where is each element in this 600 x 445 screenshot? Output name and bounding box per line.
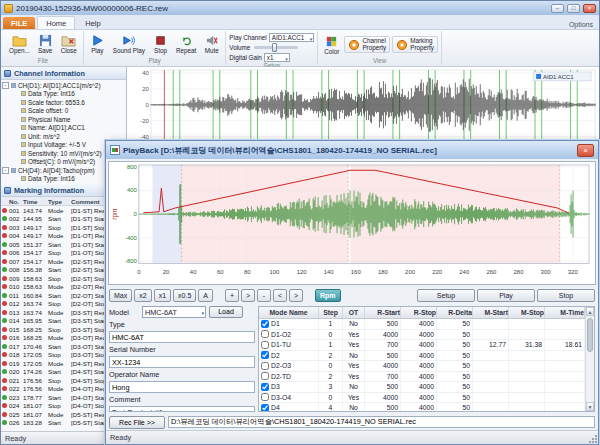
volume-slider[interactable] [254,46,298,49]
color-button[interactable]: Color [321,33,342,57]
channel-property-button[interactable]: ChannelProperty [344,36,390,53]
mute-button[interactable]: Mute [201,32,222,56]
scroll-up-icon[interactable]: ▲ [586,307,594,316]
tree-expander-icon[interactable]: - [2,82,9,89]
repeat-button[interactable]: Repeat [173,32,199,56]
playback-titlebar[interactable]: PlayBack [D:\뷰레코딩 데이터\뷰리어역슬\CHS1801_1804… [106,141,598,159]
mode-checkbox[interactable] [261,393,269,401]
col-mode-name[interactable]: Mode Name [259,307,319,318]
load-button[interactable]: Load [209,306,243,318]
mode-table-row[interactable]: D1-TU 1 Yes 700 4000 50 12.77 31.38 18.6… [259,340,585,351]
col-ot[interactable]: OT [343,307,365,318]
mode-r-stop: 4000 [401,372,437,382]
tree-item[interactable]: Name: AI[D1]:ACC1 [1,124,126,133]
svg-text:-40: -40 [140,134,149,140]
pan-button[interactable]: < [273,289,287,302]
col-m-time[interactable]: M-Time [545,307,585,318]
col-time[interactable]: Time [23,198,48,205]
tree-item[interactable]: Data Type: Int16 [1,90,126,99]
channel-info-header[interactable]: Channel Information [1,67,126,80]
zoom-button[interactable]: A [198,289,213,302]
mode-checkbox[interactable] [261,404,269,411]
mode-checkbox[interactable] [261,320,269,328]
playback-stop-button[interactable]: Stop [537,289,595,302]
rec-file-row: Rec File >> [106,414,598,430]
col-m-stop[interactable]: M-Stop [509,307,545,318]
setup-button[interactable]: Setup [417,289,475,302]
mode-table-row[interactable]: D1 1 No 500 4000 50 [259,319,585,330]
col-r-stop[interactable]: R-Stop [401,307,437,318]
pan-button[interactable]: > [289,289,303,302]
col-no[interactable]: No. [9,198,23,205]
rec-file-button[interactable]: Rec File >> [109,416,165,429]
tree-item[interactable]: - CH(D1): AI[D1]:ACC1(m/s^2) [1,81,126,90]
play-channel-combo[interactable]: AID1:ACC1 [269,33,315,42]
playback-chart[interactable]: 0204060801001201401601802002202402602803… [108,161,596,285]
tree-item[interactable]: Physical Name [1,115,126,124]
volume-slider-thumb[interactable] [272,43,277,52]
col-r-delta[interactable]: R-Delta [437,307,473,318]
mode-table-row[interactable]: D2 2 No 500 4000 50 [259,351,585,362]
close-file-button[interactable]: Close [58,32,80,56]
playback-form: Model HMC-6AT Load Type Serial Number Op… [109,306,255,412]
pan-button[interactable]: > [241,289,255,302]
tree-expander-icon[interactable]: - [2,167,9,174]
col-step[interactable]: Step [319,307,343,318]
tab-file[interactable]: FILE [3,17,35,29]
col-m-start[interactable]: M-Start [473,307,509,318]
minimize-button[interactable] [551,4,564,13]
play-button[interactable]: Play [87,32,108,56]
mode-r-stop: 4000 [401,340,437,350]
tab-home[interactable]: Home [37,16,75,29]
sound-play-button[interactable]: Sound Play [110,32,148,56]
rpm-toggle-button[interactable]: Rpm [315,289,341,302]
close-button[interactable] [583,4,596,13]
rec-file-path-field[interactable] [168,416,595,428]
playback-close-button[interactable]: × [577,144,594,157]
mode-checkbox[interactable] [261,330,269,338]
mode-table-row[interactable]: D3-O4 0 Yes 4000 4000 50 [259,393,585,404]
mode-ot: No [343,382,365,392]
mode-table-row[interactable]: D2-TD 2 Yes 700 4000 50 [259,372,585,383]
tab-help[interactable]: Help [77,17,108,29]
zoom-button[interactable]: x0.5 [173,289,196,302]
model-combo[interactable]: HMC-6AT [142,306,206,318]
maximize-button[interactable] [567,4,580,13]
save-disk-icon [38,34,53,47]
mode-checkbox[interactable] [261,362,269,370]
playback-play-button[interactable]: Play [477,289,535,302]
resize-grip[interactable] [588,434,597,443]
pan-button[interactable]: - [257,289,271,302]
tree-item[interactable]: Scale offset: 0 [1,107,126,116]
mode-table-row[interactable]: D3 3 No 500 4000 50 [259,382,585,393]
col-r-start[interactable]: R-Start [365,307,401,318]
mode-table-row[interactable]: D4 4 No 500 4000 50 [259,403,585,411]
tree-item[interactable]: Scale factor: 6553.6 [1,98,126,107]
scrollbar-thumb[interactable] [587,318,593,352]
stop-button[interactable]: Stop [150,32,171,56]
zoom-button[interactable]: Max [109,289,132,302]
scroll-down-icon[interactable]: ▼ [586,402,594,411]
zoom-button[interactable]: x1 [154,289,171,302]
serial-number-field[interactable] [109,356,255,368]
zoom-button[interactable]: x2 [134,289,151,302]
mode-checkbox[interactable] [261,341,269,349]
pan-button[interactable]: + [225,289,239,302]
operator-name-field[interactable] [109,381,255,393]
open-button[interactable]: Open... [6,32,33,56]
save-button[interactable]: Save [35,32,56,56]
marking-no: 016 [9,334,23,341]
mode-checkbox[interactable] [261,383,269,391]
mode-checkbox[interactable] [261,372,269,380]
mode-ot: Yes [343,393,365,403]
marking-property-button[interactable]: MarkingProperty [392,36,438,53]
mode-table-row[interactable]: D2-O3 0 Yes 4000 4000 50 [259,361,585,372]
digital-gain-combo[interactable]: x1 [264,53,290,62]
mode-table-row[interactable]: D1-O2 0 Yes 4000 4000 50 [259,330,585,341]
comment-field[interactable]: Test Product #1 [109,406,255,412]
mode-checkbox[interactable] [261,351,269,359]
col-type[interactable]: Type [48,198,71,205]
type-field[interactable] [109,331,255,343]
options-link[interactable]: Options [569,21,597,29]
table-scrollbar[interactable]: ▲ ▼ [585,307,594,411]
